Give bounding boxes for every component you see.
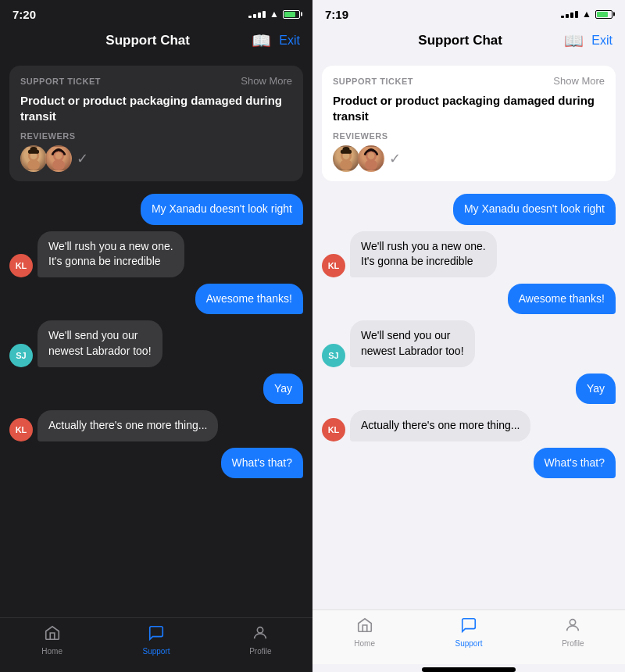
checkmark-light: ✓ <box>389 150 401 167</box>
svg-point-6 <box>55 152 62 159</box>
dot2-l <box>566 14 569 18</box>
light-panel: 7:19 ▲ Support Chat 📖 Exit S <box>312 0 625 672</box>
signal-light <box>561 11 578 18</box>
svg-point-8 <box>258 627 263 633</box>
reviewers-row-dark: ✓ <box>20 145 292 172</box>
dot4-l <box>575 11 578 18</box>
messages-area-light[interactable]: My Xanadu doesn't look right KL We'll ru… <box>312 188 625 609</box>
kl-avatar-light: KL <box>322 254 345 277</box>
ticket-label-dark: SUPPORT TICKET <box>20 77 101 86</box>
ticket-title-dark: Product or product packaging damaged dur… <box>20 93 292 123</box>
tab-home-light[interactable]: Home <box>334 617 396 648</box>
show-more-dark[interactable]: Show More <box>241 75 292 87</box>
ticket-card-light: SUPPORT TICKET Show More Product or prod… <box>322 66 616 181</box>
reviewer-avatar-1-dark <box>20 145 47 172</box>
status-icons-dark: ▲ <box>248 9 300 20</box>
reviewers-label-light: REVIEWERS <box>333 131 605 141</box>
dot3 <box>258 13 261 18</box>
ticket-header-light: SUPPORT TICKET Show More <box>333 75 605 87</box>
msg-row-4-dark: SJ We'll send you ournewest Labrador too… <box>9 320 303 366</box>
bubble-3-dark: Awesome thanks! <box>195 284 303 315</box>
battery-dark <box>283 10 300 19</box>
msg-row-7-light: What's that? <box>322 448 616 479</box>
tab-home-dark[interactable]: Home <box>21 624 84 656</box>
home-bar-light <box>422 667 516 672</box>
msg-row-6-light: KL Actually there's one more thing... <box>322 410 616 441</box>
header-actions-light: 📖 Exit <box>564 31 612 50</box>
wifi-icon-light: ▲ <box>582 9 591 20</box>
book-icon-light[interactable]: 📖 <box>564 31 584 50</box>
battery-outline-dark <box>283 10 300 19</box>
dot4 <box>262 11 266 18</box>
tab-profile-label-light: Profile <box>562 639 584 648</box>
msg-row-1-light: My Xanadu doesn't look right <box>322 194 616 225</box>
bubble-5-light: Yay <box>576 374 616 405</box>
status-time-light: 7:19 <box>325 8 348 21</box>
svg-point-17 <box>570 620 576 625</box>
header-title-light: Support Chat <box>356 33 564 48</box>
bubble-4-light: We'll send you ournewest Labrador too! <box>350 320 475 366</box>
tab-home-label-dark: Home <box>41 647 62 656</box>
profile-icon-dark <box>252 624 269 645</box>
tab-support-light[interactable]: Support <box>438 617 500 648</box>
tab-bar-dark: Home Support Profile <box>0 617 312 672</box>
sj-avatar-light: SJ <box>322 344 345 367</box>
exit-button-dark[interactable]: Exit <box>279 34 300 48</box>
signal-dark <box>248 11 266 18</box>
svg-rect-11 <box>340 159 352 170</box>
tab-support-dark[interactable]: Support <box>125 624 188 656</box>
checkmark-dark: ✓ <box>77 150 88 167</box>
support-icon-light <box>460 617 477 637</box>
tab-profile-light[interactable]: Profile <box>541 617 604 648</box>
dark-panel: 7:20 ▲ Support Chat 📖 Exit S <box>0 0 312 672</box>
svg-rect-16 <box>365 159 377 170</box>
profile-icon-light <box>564 617 581 637</box>
tab-support-label-light: Support <box>455 639 482 648</box>
msg-row-6-dark: KL Actually there's one more thing... <box>9 410 303 441</box>
bubble-3-light: Awesome thanks! <box>508 284 616 315</box>
battery-outline-light <box>595 10 612 19</box>
header-title-dark: Support Chat <box>44 33 252 48</box>
battery-light <box>595 10 612 19</box>
status-time-dark: 7:20 <box>12 8 36 21</box>
svg-point-15 <box>368 152 375 159</box>
dot2 <box>253 14 256 18</box>
battery-fill-light <box>597 12 608 17</box>
msg-row-7-dark: What's that? <box>9 448 303 479</box>
msg-row-3-dark: Awesome thanks! <box>9 284 303 315</box>
ticket-card-dark: SUPPORT TICKET Show More Product or prod… <box>9 66 303 181</box>
msg-row-5-light: Yay <box>322 374 616 405</box>
svg-rect-13 <box>341 150 352 154</box>
msg-row-1-dark: My Xanadu doesn't look right <box>9 194 303 225</box>
battery-fill-dark <box>284 12 295 17</box>
bubble-6-dark: Actually there's one more thing... <box>38 410 218 441</box>
kl-avatar-2-dark: KL <box>9 418 33 441</box>
reviewer-avatar-2-dark <box>45 145 72 172</box>
ticket-header-dark: SUPPORT TICKET Show More <box>20 75 292 87</box>
msg-row-3-light: Awesome thanks! <box>322 284 616 315</box>
ticket-title-light: Product or product packaging damaged dur… <box>333 93 605 123</box>
status-bar-dark: 7:20 ▲ <box>0 0 312 25</box>
kl-avatar-2-light: KL <box>322 418 345 441</box>
support-icon-dark <box>148 624 165 645</box>
home-icon-dark <box>44 624 61 645</box>
kl-avatar-dark: KL <box>9 254 33 277</box>
tab-home-label-light: Home <box>354 639 375 648</box>
svg-rect-2 <box>27 159 40 170</box>
status-bar-light: 7:19 ▲ <box>312 0 625 25</box>
show-more-light[interactable]: Show More <box>553 75 605 87</box>
tab-support-label-dark: Support <box>142 647 170 656</box>
msg-row-4-light: SJ We'll send you ournewest Labrador too… <box>322 320 616 366</box>
exit-button-light[interactable]: Exit <box>591 34 612 48</box>
header-actions-dark: 📖 Exit <box>252 31 300 50</box>
status-icons-light: ▲ <box>561 9 612 20</box>
msg-row-2-light: KL We'll rush you a new one.It's gonna b… <box>322 231 616 277</box>
bubble-2-light: We'll rush you a new one.It's gonna be i… <box>350 231 497 277</box>
book-icon-dark[interactable]: 📖 <box>252 31 271 50</box>
reviewers-row-light: ✓ <box>333 145 605 172</box>
bubble-2-dark: We'll rush you a new one.It's gonna be i… <box>38 231 184 277</box>
messages-area-dark[interactable]: My Xanadu doesn't look right KL We'll ru… <box>0 188 312 617</box>
bubble-1-dark: My Xanadu doesn't look right <box>141 194 303 225</box>
msg-row-2-dark: KL We'll rush you a new one.It's gonna b… <box>9 231 303 277</box>
tab-profile-dark[interactable]: Profile <box>229 624 291 656</box>
